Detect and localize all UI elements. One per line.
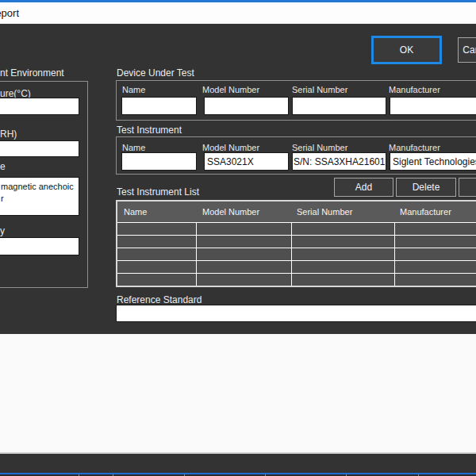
site-value-line1: magnetic anechoic [0,181,79,193]
dut-manufacturer-input[interactable] [390,97,476,115]
humidity-label: RH) [0,129,17,140]
dut-model-input[interactable] [204,97,289,115]
ti-manufacturer-input[interactable] [390,152,476,171]
table-row[interactable] [117,222,476,235]
company-input[interactable] [0,237,79,255]
reference-standard-input[interactable] [116,305,476,322]
col-serial: Serial Number [297,207,352,217]
ti-serial-label: Serial Number [292,143,347,152]
site-input[interactable]: magnetic anechoic r [0,177,79,216]
dialog-titlebar[interactable]: Report [0,2,476,24]
dut-name-label: Name [122,85,145,94]
humidity-input[interactable] [0,140,79,157]
dut-serial-input[interactable] [292,97,386,115]
screen: Report OK Cancel nt Environment ure(°C) … [0,0,476,476]
bottom-bar [0,454,476,473]
ti-serial-input[interactable] [292,152,386,171]
site-value-line2: r [0,193,79,205]
table-row[interactable] [117,260,476,273]
delete-button[interactable]: Delete [396,178,456,197]
dut-model-label: Model Number [202,85,259,94]
company-label: y [0,225,5,236]
instrument-table: Name Model Number Serial Number Manufact… [116,200,476,287]
table-column-divider [394,222,395,286]
ti-manufacturer-label: Manufacturer [389,143,440,152]
table-column-divider [291,222,292,286]
ti-name-input[interactable] [121,152,197,171]
col-model: Model Number [202,207,259,217]
table-row[interactable] [117,248,476,260]
instrument-table-body [117,222,476,286]
window-title: Report [0,7,19,19]
table-row[interactable] [117,235,476,248]
instrument-table-header: Name Model Number Serial Number Manufact… [117,202,476,222]
test-instrument-group-title: Test Instrument [117,125,182,136]
instrument-list-title: Test Instrument List [117,186,199,198]
ti-name-label: Name [122,143,145,152]
clipped-button[interactable] [459,178,476,197]
dut-manufacturer-label: Manufacturer [389,85,440,94]
ok-button[interactable]: OK [371,36,442,64]
add-button[interactable]: Add [334,178,393,197]
ti-model-label: Model Number [202,143,259,152]
temperature-input[interactable] [0,98,79,115]
site-label: e [0,161,6,172]
col-name: Name [124,207,147,217]
cancel-button[interactable]: Cancel [458,37,476,63]
ti-model-input[interactable] [204,152,289,171]
environment-group-title: nt Environment [0,67,64,79]
reference-standard-label: Reference Standard [117,294,202,305]
table-row[interactable] [117,273,476,286]
dut-serial-label: Serial Number [292,85,347,94]
table-column-divider [196,222,197,286]
dut-group-title: Device Under Test [117,67,194,79]
col-manufacturer: Manufacturer [400,207,451,217]
dut-name-input[interactable] [121,97,197,115]
